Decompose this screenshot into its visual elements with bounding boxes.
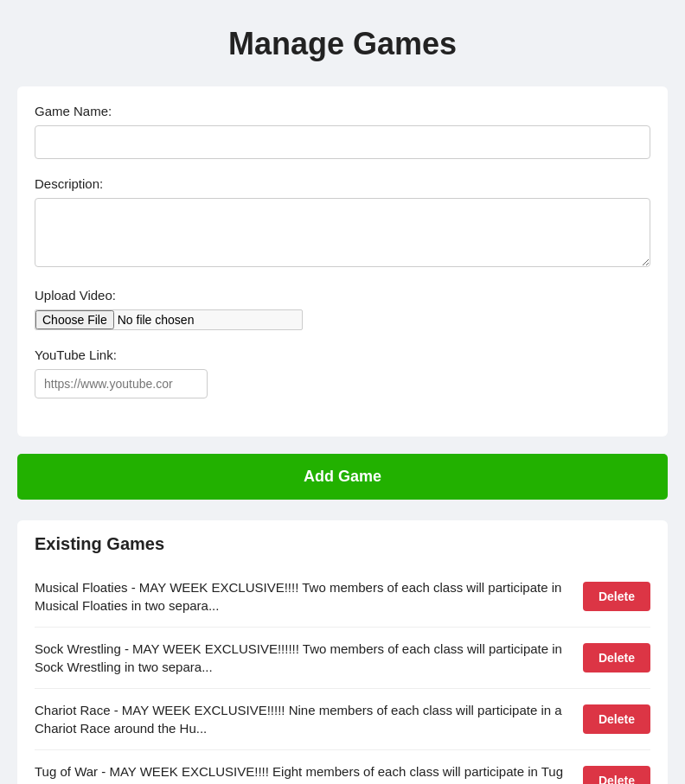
youtube-label: YouTube Link: — [35, 347, 650, 362]
add-game-form: Game Name: Description: Upload Video: Yo… — [17, 86, 668, 437]
game-name-input[interactable] — [35, 125, 650, 159]
game-name-field-group: Game Name: — [35, 104, 650, 159]
list-item: Sock Wrestling - MAY WEEK EXCLUSIVE!!!!!… — [35, 628, 650, 689]
delete-button[interactable]: Delete — [583, 704, 650, 734]
youtube-input[interactable] — [35, 369, 208, 398]
page-title: Manage Games — [17, 26, 668, 62]
file-input[interactable] — [35, 309, 303, 330]
game-text: Tug of War - MAY WEEK EXCLUSIVE!!!! Eigh… — [35, 762, 569, 784]
list-item: Musical Floaties - MAY WEEK EXCLUSIVE!!!… — [35, 566, 650, 628]
youtube-field-group: YouTube Link: — [35, 347, 650, 398]
add-game-button[interactable]: Add Game — [17, 454, 668, 500]
description-field-group: Description: — [35, 176, 650, 271]
file-input-wrapper — [35, 309, 303, 330]
existing-games-title: Existing Games — [35, 534, 650, 554]
description-label: Description: — [35, 176, 650, 191]
existing-games-section: Existing Games Musical Floaties - MAY WE… — [17, 520, 668, 784]
game-name-label: Game Name: — [35, 104, 650, 118]
delete-button[interactable]: Delete — [583, 582, 650, 611]
game-text: Chariot Race - MAY WEEK EXCLUSIVE!!!!! N… — [35, 701, 569, 737]
description-input[interactable] — [35, 198, 650, 267]
upload-video-field-group: Upload Video: — [35, 288, 650, 330]
game-text: Sock Wrestling - MAY WEEK EXCLUSIVE!!!!!… — [35, 640, 569, 676]
delete-button[interactable]: Delete — [583, 766, 650, 784]
list-item: Tug of War - MAY WEEK EXCLUSIVE!!!! Eigh… — [35, 750, 650, 784]
game-text: Musical Floaties - MAY WEEK EXCLUSIVE!!!… — [35, 578, 569, 615]
list-item: Chariot Race - MAY WEEK EXCLUSIVE!!!!! N… — [35, 689, 650, 750]
upload-video-label: Upload Video: — [35, 288, 650, 303]
delete-button[interactable]: Delete — [583, 643, 650, 672]
